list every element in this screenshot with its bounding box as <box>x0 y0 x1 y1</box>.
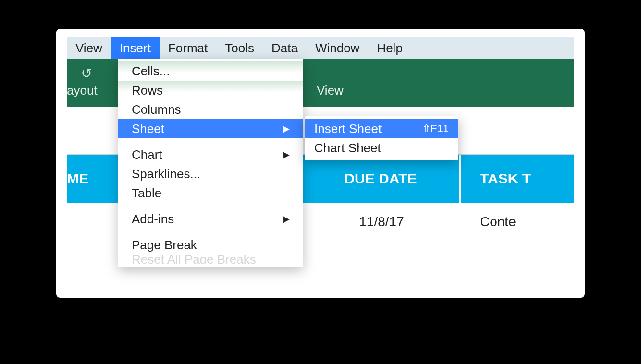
menu-separator <box>118 203 303 209</box>
menu-data[interactable]: Data <box>263 37 307 59</box>
chevron-right-icon: ▶ <box>283 149 290 160</box>
menu-item-reset-page-breaks: Reset All Page Breaks <box>118 255 303 264</box>
menu-item-label: Table <box>132 186 161 201</box>
insert-dropdown: Cells... Rows Columns Sheet ▶ Chart ▶ Sp… <box>118 59 303 267</box>
ribbon-tab-layout[interactable]: ayout <box>67 83 98 98</box>
menu-item-label: Sparklines... <box>132 167 200 182</box>
ribbon-tab-view[interactable]: View <box>317 83 344 98</box>
chevron-right-icon: ▶ <box>283 214 290 224</box>
menu-item-rows[interactable]: Rows <box>118 81 303 100</box>
chevron-right-icon: ▶ <box>283 123 290 134</box>
submenu-item-insert-sheet[interactable]: Insert Sheet ⇧F11 <box>305 119 458 138</box>
sheet-submenu: Insert Sheet ⇧F11 Chart Sheet <box>305 116 458 160</box>
menu-separator <box>118 229 303 235</box>
menu-item-label: Sheet <box>132 121 164 136</box>
menu-insert[interactable]: Insert <box>111 37 160 59</box>
submenu-item-chart-sheet[interactable]: Chart Sheet <box>305 138 458 158</box>
menu-view[interactable]: View <box>67 37 111 59</box>
menu-format[interactable]: Format <box>160 37 216 59</box>
menu-item-label: Chart <box>132 147 162 162</box>
menu-item-label: Page Break <box>132 238 197 253</box>
cell-task[interactable]: Conte <box>461 214 574 230</box>
menu-item-columns[interactable]: Columns <box>118 100 303 119</box>
header-cell-task[interactable]: TASK T <box>461 155 574 203</box>
menu-item-chart[interactable]: Chart ▶ <box>118 145 303 164</box>
menu-window[interactable]: Window <box>307 37 368 59</box>
menu-item-label: Columns <box>132 102 181 117</box>
menu-item-label: Reset All Page Breaks <box>132 255 256 264</box>
menu-item-label: Cells... <box>132 64 170 79</box>
menu-help[interactable]: Help <box>368 37 411 59</box>
menu-item-sparklines[interactable]: Sparklines... <box>118 164 303 183</box>
menu-item-sheet[interactable]: Sheet ▶ <box>118 119 303 138</box>
menu-item-label: Rows <box>132 83 163 98</box>
menu-separator <box>118 138 303 145</box>
app-window: View Insert Format Tools Data Window Hel… <box>56 29 585 298</box>
menu-item-label: Add-ins <box>132 212 174 227</box>
menu-item-label: Insert Sheet <box>314 121 382 136</box>
menu-item-page-break[interactable]: Page Break <box>118 235 303 255</box>
cell-due-date[interactable]: 11/8/17 <box>302 214 461 230</box>
undo-icon[interactable]: ↻ <box>81 65 92 81</box>
keyboard-shortcut: ⇧F11 <box>422 122 449 135</box>
menu-item-addins[interactable]: Add-ins ▶ <box>118 209 303 229</box>
menu-item-label: Chart Sheet <box>314 141 381 156</box>
menu-item-table[interactable]: Table <box>118 183 303 203</box>
menu-item-cells[interactable]: Cells... <box>118 61 303 81</box>
header-cell-due-date[interactable]: DUE DATE <box>302 155 461 203</box>
menu-tools[interactable]: Tools <box>216 37 263 59</box>
menubar: View Insert Format Tools Data Window Hel… <box>67 37 574 59</box>
